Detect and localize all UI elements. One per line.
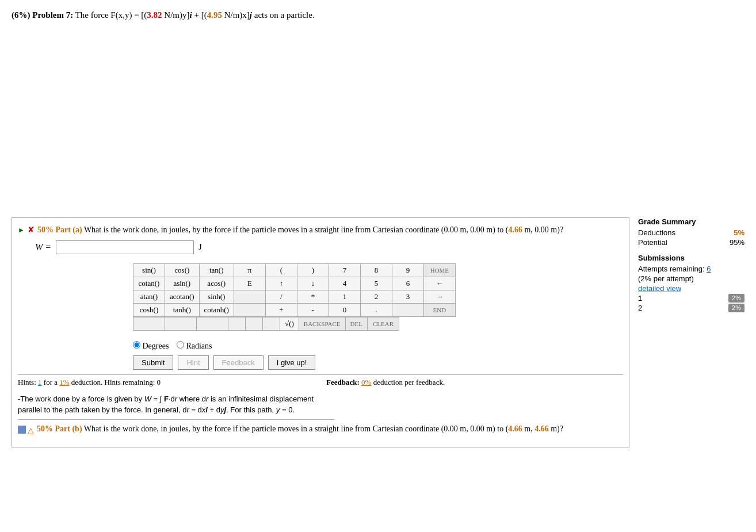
btn-2[interactable]: 2 <box>360 290 392 303</box>
potential-val: 95% <box>730 238 744 247</box>
btn-6[interactable]: 6 <box>392 277 423 290</box>
btn-dot[interactable]: . <box>360 303 392 316</box>
radians-label[interactable]: Radians <box>177 342 212 350</box>
btn-blank1 <box>234 290 265 303</box>
hints-label: Hints: <box>18 378 38 386</box>
sub-num-1: 1 <box>638 294 642 303</box>
btn-9[interactable]: 9 <box>392 263 423 277</box>
hint-button[interactable]: Hint <box>178 355 208 370</box>
problem-desc-mid1: N/m)y]i + [( <box>162 10 207 20</box>
btn-asin[interactable]: asin() <box>165 277 200 290</box>
attempts-label: Attempts remaining: <box>638 265 707 273</box>
btn-cotanh[interactable]: cotanh() <box>199 303 234 316</box>
btn-1[interactable]: 1 <box>329 290 360 303</box>
degrees-radio[interactable] <box>133 341 140 349</box>
btn-close-paren[interactable]: ) <box>297 263 329 277</box>
btn-open-paren[interactable]: ( <box>265 263 297 277</box>
btn-cos[interactable]: cos() <box>165 263 200 277</box>
feedback-button[interactable]: Feedback <box>213 355 264 370</box>
part-a-desc: What is the work done, in joules, by the… <box>84 225 563 234</box>
btn-home[interactable]: HOME <box>423 263 455 277</box>
btn-tan[interactable]: tan() <box>199 263 234 277</box>
w-input[interactable] <box>56 240 194 254</box>
btn-end[interactable]: END <box>423 303 455 316</box>
btn-4[interactable]: 4 <box>329 277 360 290</box>
part-b-desc: What is the work done, in joules, by the… <box>84 424 563 433</box>
deductions-val: 5% <box>734 228 744 237</box>
hints-remaining: 0 <box>157 378 161 386</box>
part-b-text: 50% Part (b) What is the work done, in j… <box>37 424 563 434</box>
btn-0[interactable]: 0 <box>329 303 360 316</box>
sub-row-1: 1 2% <box>638 294 744 303</box>
btn-sqrt[interactable]: √() <box>280 317 299 330</box>
sub-row-2: 2 2% <box>638 304 744 312</box>
btn-multiply[interactable]: * <box>297 290 329 303</box>
btn-up[interactable]: ↑ <box>265 277 297 290</box>
main-content: ► ✘ 50% Part (a) What is the work done, … <box>12 217 744 447</box>
hints-deduction: deduction. Hints remaining: <box>70 378 157 386</box>
part-b-icons: △ <box>18 426 34 435</box>
btn-blank-bottom5 <box>246 317 263 330</box>
feedback-text: Feedback: 0% deduction per feedback. <box>326 378 623 387</box>
degrees-label[interactable]: Degrees <box>133 342 171 350</box>
problem-header: (6%) Problem 7: The force F(x,y) = [(3.8… <box>12 9 744 22</box>
detailed-link[interactable]: detailed view <box>638 284 744 293</box>
warning-icon: △ <box>28 426 34 435</box>
btn-acotan[interactable]: acotan() <box>165 290 200 303</box>
btn-sinh[interactable]: sinh() <box>199 290 234 303</box>
btn-pi[interactable]: π <box>234 263 265 277</box>
hints-for: for a <box>42 378 60 386</box>
btn-cotan[interactable]: cotan() <box>133 277 165 290</box>
btn-plus[interactable]: + <box>265 303 297 316</box>
radians-radio[interactable] <box>177 341 184 349</box>
btn-blank-bottom <box>133 317 165 330</box>
btn-5[interactable]: 5 <box>360 277 392 290</box>
btn-blank-bottom4 <box>228 317 246 330</box>
potential-row: Potential 95% <box>638 238 744 247</box>
calculator: sin() cos() tan() π ( ) 7 8 9 HOME cotan… <box>133 263 456 331</box>
btn-cosh[interactable]: cosh() <box>133 303 165 316</box>
degrees-radians-row: Degrees Radians <box>133 341 623 351</box>
btn-left-arrow[interactable]: ← <box>423 277 455 290</box>
right-panel: Grade Summary Deductions 5% Potential 95… <box>629 217 744 447</box>
btn-blank-bottom6 <box>263 317 280 330</box>
btn-3[interactable]: 3 <box>392 290 423 303</box>
btn-tanh[interactable]: tanh() <box>165 303 200 316</box>
btn-e[interactable]: E <box>234 277 265 290</box>
attempts-remaining: Attempts remaining: 6 <box>638 265 744 273</box>
btn-7[interactable]: 7 <box>329 263 360 277</box>
calc-bottom-row: √() BACKSPACE DEL CLEAR <box>133 317 399 331</box>
btn-divide[interactable]: / <box>265 290 297 303</box>
calc-row-4: cosh() tanh() cotanh() + - 0 . END <box>133 303 456 316</box>
attempts-val[interactable]: 6 <box>707 265 711 273</box>
btn-sin[interactable]: sin() <box>133 263 165 277</box>
btn-minus[interactable]: - <box>297 303 329 316</box>
btn-clear[interactable]: CLEAR <box>367 317 399 330</box>
sub-badge-2: 2% <box>728 304 744 312</box>
btn-del[interactable]: DEL <box>345 317 367 330</box>
part-a-label-text: 50% Part (a) <box>37 225 82 234</box>
hints-feedback-row: Hints: 1 for a 1% deduction. Hints remai… <box>18 374 623 390</box>
feedback-pct: 0% <box>361 378 371 386</box>
btn-acos[interactable]: acos() <box>199 277 234 290</box>
left-panel: ► ✘ 50% Part (a) What is the work done, … <box>12 217 629 447</box>
btn-blank-bottom3 <box>197 317 228 330</box>
calc-table: sin() cos() tan() π ( ) 7 8 9 HOME cotan… <box>133 263 456 317</box>
btn-right-arrow[interactable]: → <box>423 290 455 303</box>
btn-atan[interactable]: atan() <box>133 290 165 303</box>
graph-area <box>12 28 744 212</box>
btn-down[interactable]: ↓ <box>297 277 329 290</box>
per-attempt-text: (2% per attempt) <box>638 274 744 283</box>
feedback-desc: deduction per feedback. <box>371 378 445 386</box>
calc-row-3: atan() acotan() sinh() / * 1 2 3 → <box>133 290 456 303</box>
deductions-label: Deductions <box>638 228 675 237</box>
sub-badge-1: 2% <box>728 294 744 303</box>
j-unit: J <box>198 243 201 252</box>
give-up-button[interactable]: I give up! <box>268 355 316 370</box>
submit-button[interactable]: Submit <box>133 355 173 370</box>
btn-8[interactable]: 8 <box>360 263 392 277</box>
radians-label-text: Radians <box>186 342 212 350</box>
btn-blank2 <box>234 303 265 316</box>
calc-row-2: cotan() asin() acos() E ↑ ↓ 4 5 6 ← <box>133 277 456 290</box>
btn-backspace[interactable]: BACKSPACE <box>299 317 345 330</box>
